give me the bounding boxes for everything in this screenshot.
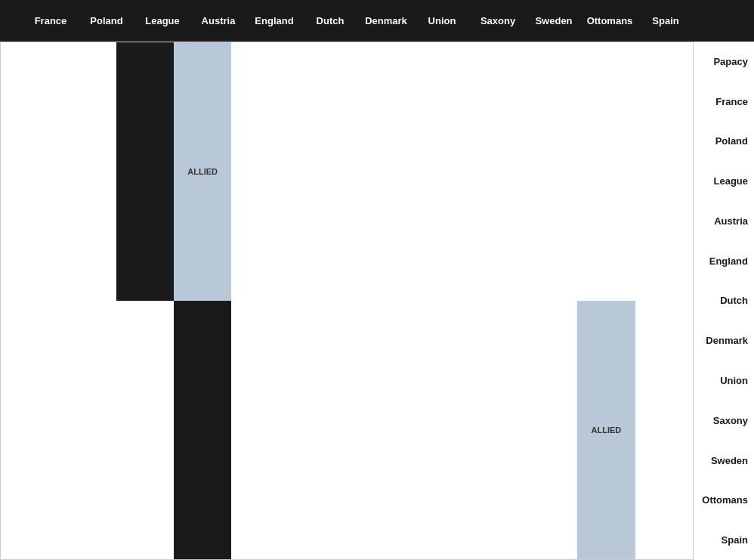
grid-cell-r3-c7[interactable]	[404, 42, 462, 301]
grid-cell-r4-c8[interactable]	[462, 301, 520, 559]
header-row: France Poland League Austria England Dut…	[0, 0, 754, 42]
header-austria: Austria	[190, 0, 246, 42]
grid-cell-r3-c3[interactable]: ALLIED	[174, 42, 231, 301]
grid-cell-r3-c6[interactable]	[347, 42, 404, 301]
header-saxony: Saxony	[470, 0, 526, 42]
grid-cell-r4-c5[interactable]	[289, 301, 347, 559]
header-ottomans: Ottomans	[582, 0, 638, 42]
grid-cell-r4-c6[interactable]	[347, 301, 404, 559]
right-label-ottomans: Ottomans	[694, 480, 754, 520]
header-spacer	[0, 0, 23, 42]
grid-cell-r4-c3[interactable]	[174, 301, 231, 559]
right-label-league: League	[694, 161, 754, 201]
header-england: England	[246, 0, 302, 42]
right-label-papacy: Papacy	[694, 42, 754, 82]
header-france: France	[23, 0, 79, 42]
grid-cell-r3-c10[interactable]	[577, 42, 635, 301]
grid-cell-r4-c4[interactable]	[231, 301, 289, 559]
right-label-france: France	[694, 82, 754, 122]
right-label-sweden: Sweden	[694, 441, 754, 481]
header-spain: Spain	[638, 0, 694, 42]
grid-cell-r4-c1[interactable]	[58, 301, 116, 559]
grid-cell-r4-c2[interactable]	[116, 301, 174, 559]
grid-cell-r3-c0[interactable]	[1, 42, 58, 301]
header-denmark: Denmark	[358, 0, 414, 42]
right-label-england: England	[694, 241, 754, 281]
right-label-union: Union	[694, 360, 754, 401]
right-labels-column: PapacyFrancePolandLeagueAustriaEnglandDu…	[694, 42, 754, 560]
header-poland: Poland	[79, 0, 134, 42]
grid-cell-r3-c9[interactable]	[520, 42, 577, 301]
right-label-spain: Spain	[694, 520, 754, 560]
grid-cell-r3-c5[interactable]	[289, 42, 347, 301]
grid-cell-r4-c11[interactable]	[635, 301, 693, 559]
right-label-dutch: Dutch	[694, 281, 754, 321]
right-label-poland: Poland	[694, 122, 754, 162]
header-league: League	[134, 0, 190, 42]
grid-cell-r4-c7[interactable]	[404, 301, 462, 559]
main-container: France Poland League Austria England Dut…	[0, 0, 754, 560]
grid-cell-r3-c1[interactable]	[58, 42, 116, 301]
grid-section: ALLIEDALLIED	[0, 42, 694, 560]
main-area: ALLIEDALLIED PapacyFrancePolandLeagueAus…	[0, 42, 754, 560]
grid-cell-r3-c2[interactable]	[116, 42, 174, 301]
header-union: Union	[414, 0, 470, 42]
grid-cell-r3-c8[interactable]	[462, 42, 520, 301]
right-label-saxony: Saxony	[694, 401, 754, 441]
relationship-grid: ALLIEDALLIED	[1, 42, 693, 559]
grid-cell-r4-c9[interactable]	[520, 301, 577, 559]
grid-cell-r4-c10[interactable]: ALLIED	[577, 301, 635, 559]
grid-cell-r4-c0[interactable]	[1, 301, 58, 559]
right-label-denmark: Denmark	[694, 320, 754, 360]
right-label-austria: Austria	[694, 201, 754, 241]
header-sweden: Sweden	[526, 0, 582, 42]
header-right-spacer	[694, 0, 754, 42]
grid-cell-r3-c11[interactable]	[635, 42, 693, 301]
header-dutch: Dutch	[302, 0, 358, 42]
grid-cell-r3-c4[interactable]	[231, 42, 289, 301]
